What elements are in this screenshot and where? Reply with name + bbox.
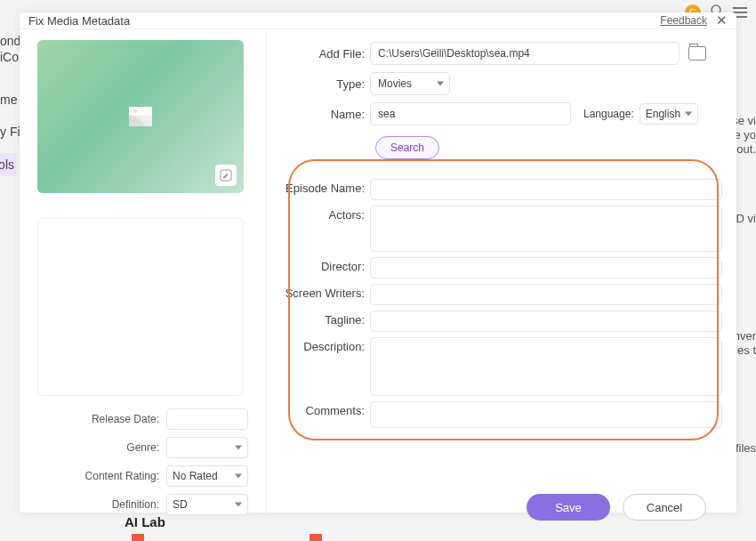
cancel-button[interactable]: Cancel — [623, 494, 706, 521]
bg-square-icon — [310, 534, 322, 541]
description-label: Description: — [277, 337, 370, 353]
folder-icon[interactable] — [688, 46, 706, 61]
chevron-down-icon — [235, 503, 242, 507]
release-date-label: Release Date: — [92, 413, 159, 425]
definition-value: SD — [173, 498, 188, 511]
feedback-link[interactable]: Feedback — [660, 14, 707, 27]
bg-text: me — [0, 93, 17, 107]
definition-select[interactable]: SD — [166, 494, 248, 515]
edit-cover-button[interactable] — [215, 165, 237, 186]
name-input[interactable] — [370, 102, 571, 125]
episode-name-label: Episode Name: — [277, 179, 370, 195]
add-file-input[interactable] — [370, 42, 680, 65]
modal-title: Fix Media Metadata — [28, 14, 130, 28]
genre-label: Genre: — [126, 441, 159, 454]
language-select[interactable]: English — [639, 103, 698, 125]
director-input[interactable] — [370, 257, 722, 279]
name-label: Name: — [277, 108, 370, 121]
image-placeholder-icon — [129, 107, 152, 126]
type-label: Type: — [277, 77, 370, 91]
modal-header: Fix Media Metadata Feedback ✕ — [20, 12, 736, 29]
episode-name-input[interactable] — [370, 179, 722, 200]
type-select[interactable]: Movies — [370, 72, 450, 95]
genre-select[interactable] — [166, 437, 248, 458]
language-label: Language: — [583, 108, 634, 120]
chevron-down-icon — [685, 112, 692, 117]
search-button[interactable]: Search — [375, 136, 439, 159]
language-value: English — [646, 108, 680, 120]
release-date-input[interactable] — [166, 408, 248, 430]
bg-text: ols — [0, 153, 16, 176]
chevron-down-icon — [235, 474, 242, 479]
save-button[interactable]: Save — [527, 494, 610, 521]
director-label: Director: — [277, 257, 370, 273]
actors-label: Actors: — [277, 206, 370, 222]
screen-writers-input[interactable] — [370, 284, 722, 305]
tagline-label: Tagline: — [277, 311, 370, 327]
results-panel — [37, 218, 244, 396]
chevron-down-icon — [235, 446, 242, 450]
screen-writers-label: Screen Writers: — [277, 284, 370, 300]
tagline-input[interactable] — [370, 311, 722, 332]
bg-square-icon — [132, 534, 144, 541]
add-file-label: Add File: — [277, 47, 370, 61]
right-pane: Add File: Type: Movies Name: Language: E… — [267, 29, 736, 531]
cover-art — [37, 40, 244, 193]
content-rating-select[interactable]: No Rated — [166, 465, 248, 487]
fix-metadata-modal: Fix Media Metadata Feedback ✕ Release Da… — [20, 12, 736, 513]
chevron-down-icon — [437, 82, 444, 86]
actors-input[interactable] — [370, 206, 722, 252]
comments-label: Comments: — [277, 401, 370, 417]
type-value: Movies — [378, 77, 412, 90]
definition-label: Definition: — [112, 498, 159, 511]
bg-text: out. — [736, 142, 756, 156]
close-icon[interactable]: ✕ — [716, 12, 728, 28]
content-rating-label: Content Rating: — [85, 470, 159, 482]
content-rating-value: No Rated — [173, 470, 218, 482]
description-input[interactable] — [370, 337, 722, 396]
left-pane: Release Date: Genre: Content Rating: No … — [20, 29, 267, 531]
comments-input[interactable] — [370, 401, 722, 428]
bg-text: nver — [734, 329, 756, 343]
